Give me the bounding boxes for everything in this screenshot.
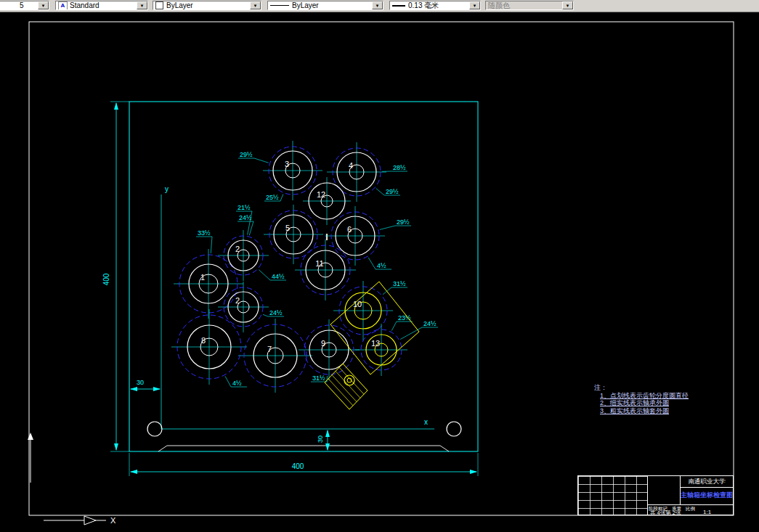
- style-combo[interactable]: A Standard ▼: [55, 1, 148, 10]
- y-axis-label: y: [165, 185, 169, 193]
- dim-leader: [376, 189, 384, 195]
- circle-number-3[interactable]: 3: [285, 160, 289, 168]
- circle-number-7[interactable]: 7: [267, 345, 272, 353]
- circle-number-13[interactable]: 13: [371, 339, 380, 348]
- titleblock-divider: [647, 476, 648, 515]
- dim-label[interactable]: 28½: [393, 164, 406, 171]
- combo-value: 5: [20, 1, 24, 9]
- x-axis-label: x: [424, 418, 428, 426]
- chevron-down-icon[interactable]: ▼: [469, 1, 480, 9]
- circle-number-1[interactable]: 1: [200, 273, 205, 282]
- dim-label[interactable]: 4½: [377, 262, 386, 269]
- circle-number-6[interactable]: 6: [347, 225, 352, 234]
- outer-circle-ref[interactable]: [344, 375, 354, 385]
- dim-label[interactable]: 29½: [240, 151, 253, 158]
- ucs-x-arrowhead: [84, 516, 96, 525]
- dim-leader: [391, 322, 397, 331]
- note-item: 2、细实线表示轴承外圆: [600, 399, 747, 407]
- combo-value: Standard: [70, 1, 100, 9]
- circle-number-2[interactable]: 2: [235, 245, 240, 253]
- ucs-y-arrowhead: [28, 433, 33, 440]
- outer-circle-ref[interactable]: [447, 422, 461, 436]
- circle-number-9[interactable]: 9: [321, 339, 325, 348]
- dim-label[interactable]: 4½: [232, 380, 242, 387]
- circle-number-2[interactable]: 2: [235, 296, 240, 305]
- chevron-down-icon[interactable]: ▼: [250, 1, 261, 9]
- dim-label[interactable]: 24½: [269, 309, 283, 316]
- titleblock-sheet-info: 共 4张第 2张: [650, 510, 681, 517]
- dim-leader: [259, 270, 270, 280]
- dim-label[interactable]: 31½: [312, 375, 325, 382]
- ucs-x-label: X: [110, 516, 116, 525]
- dim-text-left[interactable]: 400: [102, 273, 110, 285]
- dim-label[interactable]: 25½: [266, 194, 279, 201]
- title-block: 南通职业大学 主轴箱坐标检查图 阶段标记 质量 比例 共 4张第 2张 1:1: [577, 475, 734, 515]
- dim-label[interactable]: 24½: [239, 214, 252, 221]
- dim-leader: [249, 221, 253, 235]
- outer-circle-ref[interactable]: [147, 422, 162, 436]
- dim-leader: [383, 287, 391, 295]
- combo-value: ByLayer: [166, 1, 193, 9]
- circle-number-12[interactable]: 12: [317, 190, 325, 199]
- dim-text-offset-bottom[interactable]: 30: [317, 435, 324, 443]
- circle-number-5[interactable]: 5: [285, 224, 290, 232]
- dim-leader: [327, 376, 328, 382]
- dim-leader: [254, 158, 269, 163]
- drawing-notes: 注： 1、点划线表示齿轮分度圆直径 2、细实线表示轴承外圆 3、粗实线表示轴套外…: [594, 384, 747, 414]
- titleblock-drawing-title: 主轴箱坐标检查图: [681, 491, 733, 500]
- text-style-icon: A: [58, 1, 68, 10]
- titleblock-divider: [647, 504, 733, 505]
- component-outline[interactable]: [330, 282, 419, 375]
- dim-label[interactable]: 23½: [398, 314, 411, 322]
- base-profile[interactable]: [158, 446, 449, 451]
- drawing-canvas[interactable]: 400 400 30 30 y x I 12234567891011121329…: [0, 0, 759, 532]
- scale-label: 比例: [686, 506, 695, 512]
- plot-style-combo: 随颜色 ▼: [485, 1, 574, 10]
- dim-label[interactable]: 29½: [397, 218, 410, 226]
- hatch-line: [339, 367, 364, 394]
- dim-label[interactable]: 33½: [198, 229, 211, 237]
- dim-label[interactable]: 21½: [238, 204, 251, 211]
- chevron-down-icon[interactable]: ▼: [137, 1, 147, 9]
- linetype-combo[interactable]: ByLayer ▼: [267, 1, 383, 10]
- note-item: 3、粗实线表示轴套外圆: [600, 407, 747, 415]
- toolbar: 5 ▼ A Standard ▼ ByLayer ▼ ByLayer ▼ 0.1…: [0, 0, 759, 12]
- dim-leader: [225, 376, 231, 387]
- revision-grid: [578, 476, 647, 515]
- text-height-combo[interactable]: 5 ▼: [0, 1, 49, 10]
- color-swatch-icon: [155, 1, 163, 9]
- chevron-down-icon[interactable]: ▼: [372, 1, 383, 9]
- dim-label[interactable]: 29½: [386, 188, 399, 195]
- lineweight-combo[interactable]: 0.13 毫米 ▼: [389, 1, 481, 10]
- notes-title: 注：: [594, 384, 747, 392]
- dim-label[interactable]: 31½: [393, 280, 406, 287]
- chevron-down-icon: ▼: [562, 1, 573, 9]
- dim-text-offset-left[interactable]: 30: [137, 379, 144, 386]
- dim-label[interactable]: 44½: [272, 273, 285, 280]
- chevron-down-icon[interactable]: ▼: [38, 1, 49, 9]
- linetype-sample-icon: [270, 5, 289, 6]
- dim-leader: [263, 314, 268, 316]
- circle-number-4[interactable]: 4: [349, 161, 353, 170]
- combo-value: 随颜色: [488, 1, 510, 10]
- lineweight-sample-icon: [392, 5, 405, 7]
- dim-leader: [400, 327, 422, 339]
- titleblock-scale-value: 1:1: [703, 509, 711, 515]
- titleblock-divider: [680, 487, 733, 488]
- dim-leader: [368, 258, 376, 269]
- component-outline[interactable]: [325, 364, 368, 409]
- color-combo[interactable]: ByLayer ▼: [153, 1, 261, 10]
- dim-text-bottom[interactable]: 400: [292, 462, 304, 470]
- circle-number-11[interactable]: 11: [315, 259, 323, 268]
- section-mark: I: [325, 232, 328, 242]
- combo-value: 0.13 毫米: [408, 1, 439, 10]
- dim-leader: [380, 226, 395, 229]
- dim-label[interactable]: 24½: [423, 320, 437, 327]
- titleblock-school: 南通职业大学: [681, 478, 733, 486]
- dim-leader: [211, 237, 212, 253]
- circle-number-8[interactable]: 8: [201, 336, 206, 345]
- dim-leader: [280, 194, 283, 201]
- note-item: 1、点划线表示齿轮分度圆直径: [600, 392, 747, 400]
- combo-value: ByLayer: [292, 1, 319, 9]
